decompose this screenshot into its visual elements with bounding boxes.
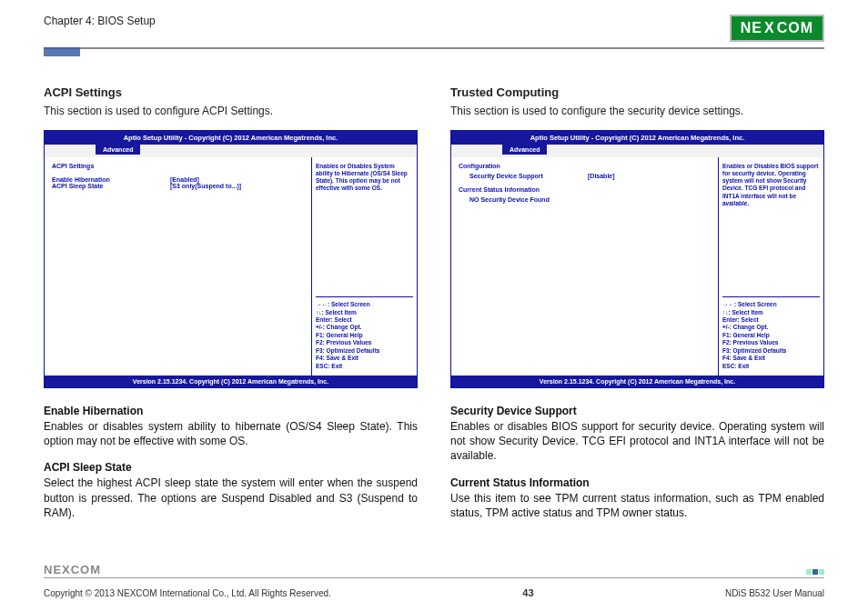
bios-key: +/-: Change Opt. [722, 324, 820, 331]
right-column: Trusted Computing This section is used t… [450, 85, 824, 520]
bios-left-pane: Configuration Security Device Support [D… [451, 157, 719, 376]
bios-row: ACPI Sleep State [S3 only(Suspend to...)… [52, 183, 304, 189]
trusted-computing-title: Trusted Computing [450, 85, 824, 99]
enable-hibernation-head: Enable Hibernation [44, 405, 418, 417]
bios-footer: Version 2.15.1234. Copyright (C) 2012 Am… [451, 376, 823, 387]
security-device-support-body: Enables or disables BIOS support for sec… [450, 419, 824, 464]
footer-copyright: Copyright © 2013 NEXCOM International Co… [44, 588, 331, 598]
bios-row-value: [S3 only(Suspend to...)] [170, 183, 241, 189]
acpi-sleep-state-body: Select the highest ACPI sleep state the … [44, 476, 418, 520]
acpi-settings-desc: This section is used to configure ACPI S… [44, 105, 418, 117]
bios-key: →←: Select Screen [316, 301, 413, 308]
page-number: 43 [522, 587, 533, 598]
bios-footer: Version 2.15.1234. Copyright (C) 2012 Am… [45, 376, 417, 387]
bios-row-label: ACPI Sleep State [52, 183, 170, 189]
left-column: ACPI Settings This section is used to co… [44, 85, 418, 520]
bios-row-label: NO Security Device Found [469, 196, 588, 203]
bios-row: NO Security Device Found [459, 196, 711, 203]
bios-key: F2: Previous Values [722, 339, 820, 346]
bios-row-value: [Disable] [588, 173, 615, 179]
bios-row: Security Device Support [Disable] [459, 173, 711, 179]
bios-key-legend: →←: Select Screen ↑↓: Select Item Enter:… [316, 296, 413, 370]
bios-tab-advanced: Advanced [502, 145, 547, 155]
bios-key: ↑↓: Select Item [316, 309, 413, 316]
brand-logo: NEXCOM [730, 15, 824, 42]
bios-tab-advanced: Advanced [96, 145, 140, 155]
logo-text-left: NE [741, 20, 762, 36]
footer-manual-name: NDiS B532 User Manual [725, 588, 824, 598]
bios-tabs: Advanced [45, 145, 417, 157]
bios-key-legend: →←: Select Screen ↑↓: Select Item Enter:… [722, 296, 820, 370]
acpi-settings-title: ACPI Settings [44, 85, 418, 99]
bios-key: +/-: Change Opt. [316, 324, 413, 331]
bios-titlebar: Aptio Setup Utility - Copyright (C) 2012… [45, 131, 417, 145]
bios-key: →←: Select Screen [722, 301, 820, 308]
footer-divider [44, 577, 824, 578]
bios-row-label: Enable Hibernation [52, 176, 170, 183]
bios-key: F2: Previous Values [316, 339, 413, 346]
bios-key: F3: Optimized Defaults [316, 347, 413, 355]
bios-screenshot-trusted: Aptio Setup Utility - Copyright (C) 2012… [450, 130, 824, 388]
bios-key: F3: Optimized Defaults [722, 347, 820, 355]
bios-help-text: Enables or Disables System ability to Hi… [316, 163, 413, 193]
bios-key: ESC: Exit [722, 363, 820, 370]
bios-tabs: Advanced [451, 145, 823, 157]
footer-logo: NEXCOM [44, 563, 101, 576]
current-status-info-body: Use this item to see TPM current status … [450, 491, 824, 520]
bios-help-text: Enables or Disables BIOS support for sec… [722, 163, 820, 207]
bios-key: ↑↓: Select Item [722, 309, 820, 316]
bios-row-value: [Enabled] [170, 176, 199, 183]
bios-screenshot-acpi: Aptio Setup Utility - Copyright (C) 2012… [44, 130, 418, 388]
bios-key: F4: Save & Exit [316, 355, 413, 362]
bios-titlebar: Aptio Setup Utility - Copyright (C) 2012… [451, 131, 823, 145]
bios-key: ESC: Exit [316, 363, 413, 370]
bios-key: F1: General Help [722, 332, 820, 339]
page-tab-accent [44, 47, 80, 56]
bios-right-pane: Enables or Disables System ability to Hi… [312, 157, 417, 376]
logo-text-right: COM [777, 20, 813, 36]
chapter-label: Chapter 4: BIOS Setup [44, 15, 156, 27]
footer-squares-icon [806, 569, 824, 575]
bios-pane-heading: Configuration [459, 163, 711, 169]
logo-x-icon: X [764, 20, 775, 36]
bios-pane-heading: ACPI Settings [52, 163, 304, 169]
bios-row-label: Security Device Support [469, 173, 588, 179]
bios-right-pane: Enables or Disables BIOS support for sec… [719, 157, 823, 376]
bios-row: Enable Hibernation [Enabled] [52, 176, 304, 183]
bios-key: Enter: Select [722, 316, 820, 324]
current-status-info-head: Current Status Information [450, 476, 824, 489]
bios-left-pane: ACPI Settings Enable Hibernation [Enable… [45, 157, 312, 376]
security-device-support-head: Security Device Support [450, 405, 824, 417]
trusted-computing-desc: This section is used to configure the se… [450, 105, 824, 117]
acpi-sleep-state-head: ACPI Sleep State [44, 461, 418, 474]
bios-key: Enter: Select [316, 316, 413, 324]
bios-key: F1: General Help [316, 332, 413, 339]
enable-hibernation-body: Enables or disables system ability to hi… [44, 419, 418, 448]
bios-key: F4: Save & Exit [722, 355, 820, 362]
bios-pane-heading2: Current Status Information [459, 186, 711, 193]
